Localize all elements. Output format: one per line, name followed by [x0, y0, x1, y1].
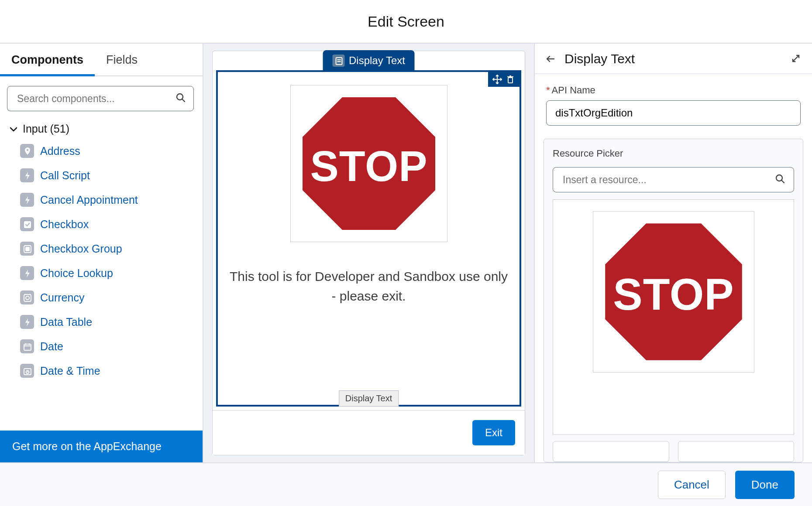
display-text-component[interactable]: This tool is for Developer and Sandbox u…	[216, 70, 521, 407]
component-item[interactable]: Address	[0, 139, 203, 163]
component-item[interactable]: Currency	[0, 285, 203, 310]
component-item[interactable]: Cancel Appointment	[0, 188, 203, 212]
date-icon	[20, 339, 34, 353]
currency-icon	[20, 291, 34, 304]
component-item-label: Call Script	[40, 169, 90, 182]
component-item[interactable]: Date & Time	[0, 359, 203, 383]
chevron-down-icon	[9, 124, 18, 134]
stop-sign-image	[290, 85, 447, 242]
component-item[interactable]: Call Script	[0, 163, 203, 188]
action-slot[interactable]	[678, 441, 795, 462]
component-item-label: Address	[40, 145, 80, 157]
search-icon	[775, 174, 785, 186]
search-components-input[interactable]	[7, 86, 194, 111]
appexchange-link[interactable]: Get more on the AppExchange	[0, 431, 203, 462]
api-name-label: *API Name	[546, 85, 801, 96]
component-actions	[488, 72, 520, 87]
delete-icon[interactable]	[506, 75, 515, 84]
components-panel: Components Fields Input (51) AddressCall…	[0, 44, 203, 462]
category-label: Input (51)	[23, 123, 69, 135]
canvas-footer: Exit	[213, 410, 525, 455]
component-item-label: Checkbox	[40, 218, 89, 231]
move-icon[interactable]	[492, 75, 502, 84]
drop-hint-label: Display Text	[339, 390, 399, 407]
tab-components[interactable]: Components	[0, 44, 95, 75]
pill-label: Display Text	[349, 55, 405, 67]
component-item[interactable]: Data Table	[0, 310, 203, 334]
component-item-label: Currency	[40, 291, 84, 304]
stop-sign-image	[593, 211, 754, 373]
component-item[interactable]: Checkbox Group	[0, 236, 203, 261]
component-item-label: Checkbox Group	[40, 243, 122, 255]
canvas-panel: Display Text This tool is for Developer …	[203, 44, 534, 462]
selected-component-pill: Display Text	[323, 50, 415, 71]
tab-fields[interactable]: Fields	[95, 44, 149, 75]
display-text-content: This tool is for Developer and Sandbox u…	[218, 267, 520, 306]
modal-footer: Cancel Done	[0, 462, 812, 506]
properties-title: Display Text	[564, 51, 635, 66]
component-item[interactable]: Choice Lookup	[0, 261, 203, 285]
category-input[interactable]: Input (51)	[0, 116, 203, 139]
page-title: Edit Screen	[0, 0, 812, 44]
preview-actions	[553, 435, 794, 462]
action-slot[interactable]	[553, 441, 669, 462]
cancel-button[interactable]: Cancel	[658, 471, 726, 499]
done-button[interactable]: Done	[735, 471, 795, 499]
expand-icon[interactable]	[791, 54, 802, 64]
back-icon[interactable]	[545, 54, 557, 64]
properties-panel: Display Text *API Name Resource Picker	[534, 44, 812, 462]
check-icon	[20, 217, 34, 231]
resource-picker-label: Resource Picker	[553, 148, 794, 159]
component-item[interactable]: Date	[0, 334, 203, 359]
component-item-label: Date & Time	[40, 365, 100, 377]
api-name-input[interactable]	[546, 100, 801, 126]
component-item-label: Choice Lookup	[40, 267, 113, 280]
checkgroup-icon	[20, 242, 34, 256]
bolt-icon	[20, 168, 34, 182]
component-item[interactable]: Checkbox	[0, 212, 203, 236]
pin-icon	[20, 144, 34, 158]
exit-button[interactable]: Exit	[472, 420, 515, 445]
component-item-label: Data Table	[40, 316, 92, 328]
screen-canvas: Display Text This tool is for Developer …	[212, 51, 525, 455]
left-tabs: Components Fields	[0, 44, 203, 76]
bolt-icon	[20, 266, 34, 280]
datetime-icon	[20, 364, 34, 378]
bolt-icon	[20, 315, 34, 329]
resource-picker-card: Resource Picker	[544, 139, 803, 462]
component-item-label: Cancel Appointment	[40, 194, 138, 206]
resource-picker-input[interactable]	[553, 167, 794, 192]
display-text-icon	[332, 55, 344, 67]
search-icon	[175, 92, 186, 105]
rich-text-preview[interactable]	[553, 199, 794, 435]
component-item-label: Date	[40, 340, 63, 353]
bolt-icon	[20, 193, 34, 207]
